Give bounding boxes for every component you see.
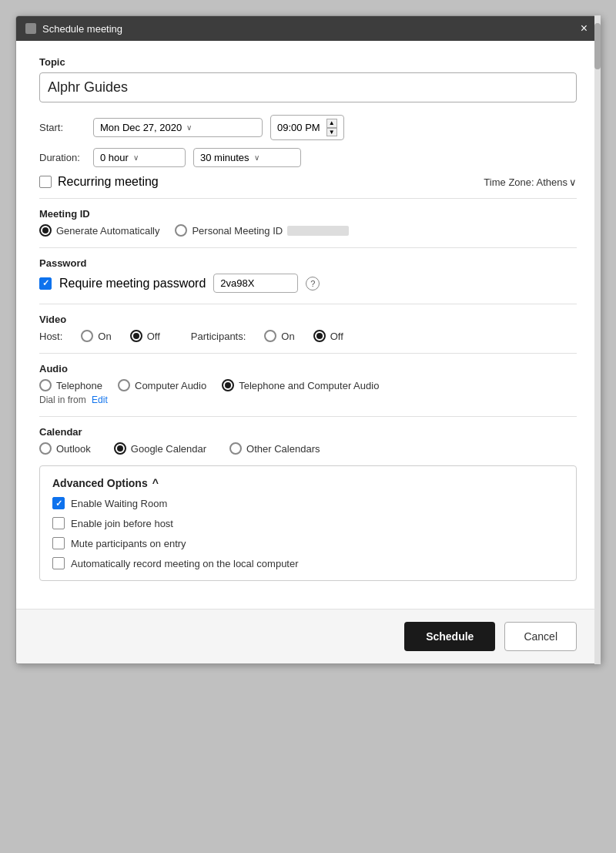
password-input[interactable] [213,274,298,293]
video-section-label: Video [39,314,577,325]
password-section-label: Password [39,257,577,269]
mute-participants-checkbox[interactable] [52,537,65,549]
dial-row: Dial in from Edit [39,395,577,405]
host-on-radio[interactable] [81,330,93,342]
personal-id-option[interactable]: Personal Meeting ID [175,224,349,237]
hours-chevron: ∨ [133,153,139,162]
outlook-option[interactable]: Outlook [39,442,91,455]
help-icon[interactable]: ? [306,277,320,290]
audio-section: Audio Telephone Computer Audio Telephone… [39,363,577,405]
computer-audio-label: Computer Audio [135,380,206,391]
video-section: Video Host: On Off Participants: On [39,314,577,342]
enable-join-before-host-label: Enable join before host [71,518,173,529]
password-section: Password Require meeting password ? [39,257,577,293]
telephone-computer-label: Telephone and Computer Audio [239,380,379,391]
minutes-chevron: ∨ [254,153,259,162]
time-spinners: ▲ ▼ [326,119,337,136]
telephone-radio[interactable] [39,379,52,391]
minutes-value: 30 minutes [200,152,249,163]
topic-section: Topic [39,56,577,102]
other-calendars-option[interactable]: Other Calendars [229,442,320,455]
computer-audio-radio[interactable] [118,379,130,391]
google-calendar-option[interactable]: Google Calendar [114,442,206,455]
google-calendar-radio[interactable] [114,442,126,455]
telephone-computer-option[interactable]: Telephone and Computer Audio [222,379,379,391]
advanced-options-section: Advanced Options ^ Enable Waiting Room E… [39,465,577,581]
scrollbar-track [594,15,601,664]
enable-join-before-host-checkbox[interactable] [52,517,65,529]
scrollbar-thumb[interactable] [594,23,601,69]
participants-on-label: On [281,331,294,342]
divider-3 [39,304,577,304]
calendar-section: Calendar Outlook Google Calendar Other C… [39,426,577,455]
auto-record-label: Automatically record meeting on the loca… [71,558,299,569]
telephone-option[interactable]: Telephone [39,379,102,391]
start-row: Start: Mon Dec 27, 2020 ∨ 09:00 PM ▲ ▼ [39,115,577,140]
personal-id-label: Personal Meeting ID [192,225,283,237]
timezone-label: Time Zone: Athens [484,176,567,188]
participants-off-radio[interactable] [313,330,326,342]
recurring-row: Recurring meeting Time Zone: Athens ∨ [39,175,577,189]
require-password-label: Require meeting password [59,277,206,290]
google-calendar-label: Google Calendar [131,443,206,455]
enable-waiting-room-label: Enable Waiting Room [71,498,167,509]
auto-record-checkbox[interactable] [52,557,65,569]
video-row: Host: On Off Participants: On [39,330,577,342]
participants-off-label: Off [330,331,343,342]
minutes-picker[interactable]: 30 minutes ∨ [193,148,301,167]
audio-row: Telephone Computer Audio Telephone and C… [39,379,577,391]
time-picker[interactable]: 09:00 PM ▲ ▼ [270,115,344,140]
participants-on-radio[interactable] [264,330,276,342]
advanced-options-label: Advanced Options [52,477,148,489]
calendar-row: Outlook Google Calendar Other Calendars [39,442,577,455]
personal-id-radio[interactable] [175,224,187,237]
participants-on-option[interactable]: On [264,330,294,342]
require-password-checkbox[interactable] [39,277,52,290]
schedule-button[interactable]: Schedule [404,622,495,651]
recurring-label: Recurring meeting [58,175,159,189]
start-label: Start: [39,122,85,133]
enable-waiting-room-checkbox[interactable] [52,497,65,509]
participants-off-option[interactable]: Off [313,330,343,342]
topic-input[interactable] [39,72,577,102]
timezone-selector[interactable]: Time Zone: Athens ∨ [484,176,577,188]
generate-auto-radio[interactable] [39,224,52,237]
divider-4 [39,353,577,354]
telephone-computer-radio[interactable] [222,379,234,391]
participants-label: Participants: [191,331,246,342]
date-chevron: ∨ [186,123,192,132]
time-value: 09:00 PM [277,122,320,133]
telephone-label: Telephone [56,380,102,391]
dial-edit-link[interactable]: Edit [92,395,108,405]
close-button[interactable]: × [578,22,591,35]
host-off-radio[interactable] [130,330,142,342]
computer-audio-option[interactable]: Computer Audio [118,379,206,391]
title-bar: Schedule meeting × [16,16,600,41]
outlook-label: Outlook [56,443,91,455]
calendar-section-label: Calendar [39,426,577,438]
date-picker[interactable]: Mon Dec 27, 2020 ∨ [93,118,263,137]
duration-label: Duration: [39,152,85,163]
recurring-checkbox[interactable] [39,176,52,188]
hours-value: 0 hour [100,152,129,163]
divider-5 [39,416,577,417]
time-down-button[interactable]: ▼ [326,128,337,137]
outlook-radio[interactable] [39,442,52,455]
hours-picker[interactable]: 0 hour ∨ [93,148,186,167]
host-label: Host: [39,331,62,342]
advanced-item-1: Enable join before host [52,517,564,529]
host-off-option[interactable]: Off [130,330,160,342]
time-up-button[interactable]: ▲ [326,119,337,128]
cancel-button[interactable]: Cancel [504,622,577,651]
other-calendars-label: Other Calendars [246,443,320,455]
password-row: Require meeting password ? [39,274,577,293]
host-on-option[interactable]: On [81,330,111,342]
generate-auto-option[interactable]: Generate Automatically [39,224,159,237]
footer: Schedule Cancel [16,609,600,663]
advanced-item-2: Mute participants on entry [52,537,564,549]
meeting-id-label: Meeting ID [39,208,577,220]
other-calendars-radio[interactable] [229,442,242,455]
dialog-title: Schedule meeting [42,23,122,35]
advanced-options-header[interactable]: Advanced Options ^ [52,477,564,489]
timezone-chevron: ∨ [569,176,577,188]
